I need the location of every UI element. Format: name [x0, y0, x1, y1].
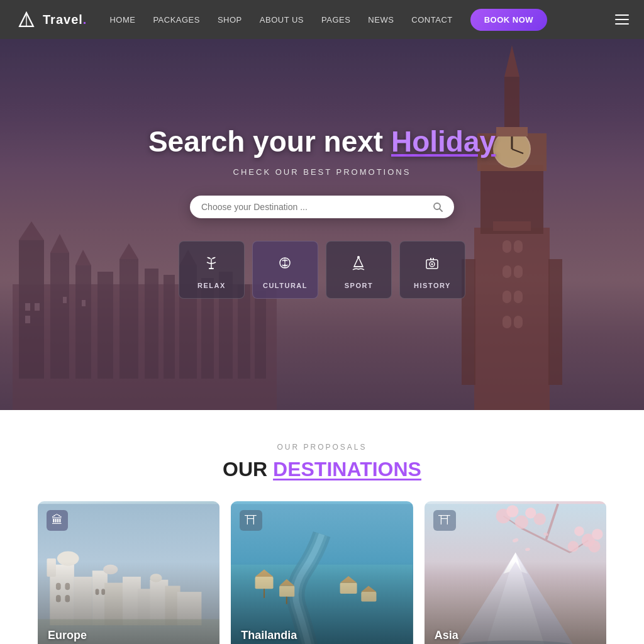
proposals-title: OUR DESTINATIONS [38, 458, 606, 481]
hamburger-menu[interactable] [615, 14, 629, 25]
nav-pages[interactable]: PAGES [321, 15, 350, 25]
nav-packages[interactable]: PACKAGES [153, 15, 200, 25]
nav-contact[interactable]: CONTACT [411, 15, 452, 25]
hero-title: Search your next Holiday [148, 125, 496, 158]
category-card-relax[interactable]: RELAX [179, 241, 245, 299]
logo-text: Travel. [43, 13, 87, 27]
hero-section: Search your next Holiday CHECK OUR BEST … [0, 39, 644, 410]
europe-name: Europe [48, 629, 87, 641]
navbar: Travel. HOME PACKAGES SHOP ABOUT US PAGE… [0, 0, 644, 39]
thai-card-content: Thailandia [231, 619, 413, 644]
svg-rect-10 [119, 259, 138, 379]
svg-rect-23 [63, 297, 67, 303]
relax-label: RELAX [197, 282, 226, 289]
search-icon [433, 202, 443, 212]
logo-icon [15, 8, 38, 31]
svg-point-54 [357, 256, 360, 258]
nav-links: HOME PACKAGES SHOP ABOUT US PAGES NEWS C… [109, 9, 602, 31]
svg-rect-58 [430, 258, 431, 260]
destination-card-asia[interactable]: ⛩ Asia [425, 501, 606, 644]
europe-card-icon: 🏛 [47, 510, 68, 531]
svg-rect-35 [493, 221, 531, 231]
svg-rect-7 [75, 265, 91, 379]
svg-marker-8 [75, 250, 91, 265]
asia-card-content: Asia [425, 619, 606, 644]
history-icon [423, 254, 441, 275]
cultural-label: CULTURAL [263, 282, 308, 289]
category-card-sport[interactable]: SPORT [326, 241, 392, 299]
svg-rect-21 [35, 303, 40, 311]
nav-news[interactable]: NEWS [368, 15, 394, 25]
asia-name: Asia [435, 629, 458, 641]
sport-icon [349, 254, 368, 275]
svg-rect-40 [502, 265, 511, 278]
svg-rect-5 [50, 253, 69, 379]
category-card-history[interactable]: HISTORY [399, 241, 465, 299]
hero-content: Search your next Holiday CHECK OUR BEST … [148, 125, 496, 299]
svg-marker-6 [50, 234, 69, 253]
svg-rect-3 [19, 240, 44, 379]
svg-marker-11 [119, 243, 138, 259]
destination-card-europe[interactable]: 🏛 Europe [38, 501, 219, 644]
svg-rect-42 [502, 291, 511, 303]
svg-line-47 [440, 209, 442, 211]
svg-marker-33 [504, 45, 519, 77]
svg-rect-24 [82, 300, 86, 306]
search-input[interactable] [201, 202, 433, 212]
search-button[interactable] [433, 202, 443, 212]
svg-rect-49 [209, 268, 214, 269]
svg-rect-19 [255, 291, 266, 379]
hero-subtitle: CHECK OUR BEST PROMOTIONS [148, 167, 496, 177]
asia-card-icon: ⛩ [433, 510, 456, 531]
svg-rect-43 [514, 291, 523, 303]
svg-rect-41 [514, 265, 523, 278]
svg-rect-59 [433, 258, 434, 260]
proposals-section: OUR PROPOSALS OUR DESTINATIONS [0, 410, 644, 644]
nav-shop[interactable]: SHOP [218, 15, 242, 25]
thai-card-icon: ⛩ [240, 510, 262, 531]
svg-rect-9 [97, 272, 113, 379]
nav-about[interactable]: ABOUT US [260, 15, 304, 25]
nav-home[interactable]: HOME [109, 15, 135, 25]
search-bar [190, 196, 454, 218]
logo[interactable]: Travel. [15, 8, 87, 31]
svg-rect-45 [514, 316, 523, 328]
svg-rect-44 [502, 316, 511, 328]
svg-rect-20 [25, 303, 30, 311]
svg-marker-4 [19, 221, 44, 240]
thai-name: Thailandia [241, 629, 297, 641]
svg-rect-37 [548, 259, 562, 385]
destination-card-thai[interactable]: ⛩ Thailandia [231, 501, 413, 644]
cultural-icon [275, 254, 294, 275]
europe-card-content: Europe [38, 619, 219, 644]
proposals-label: OUR PROPOSALS [38, 443, 606, 452]
svg-marker-52 [354, 257, 363, 267]
svg-point-57 [431, 263, 433, 265]
svg-rect-34 [496, 127, 528, 136]
svg-rect-38 [502, 240, 511, 253]
category-cards: RELAX CULTURAL [148, 241, 496, 299]
category-card-cultural[interactable]: CULTURAL [252, 241, 318, 299]
sport-label: SPORT [345, 282, 373, 289]
history-label: HISTORY [414, 282, 451, 289]
destinations-grid: 🏛 Europe [38, 501, 606, 644]
book-now-button[interactable]: BOOK NOW [470, 9, 547, 31]
svg-rect-39 [514, 240, 523, 253]
relax-icon [202, 254, 221, 275]
svg-rect-22 [25, 316, 30, 323]
